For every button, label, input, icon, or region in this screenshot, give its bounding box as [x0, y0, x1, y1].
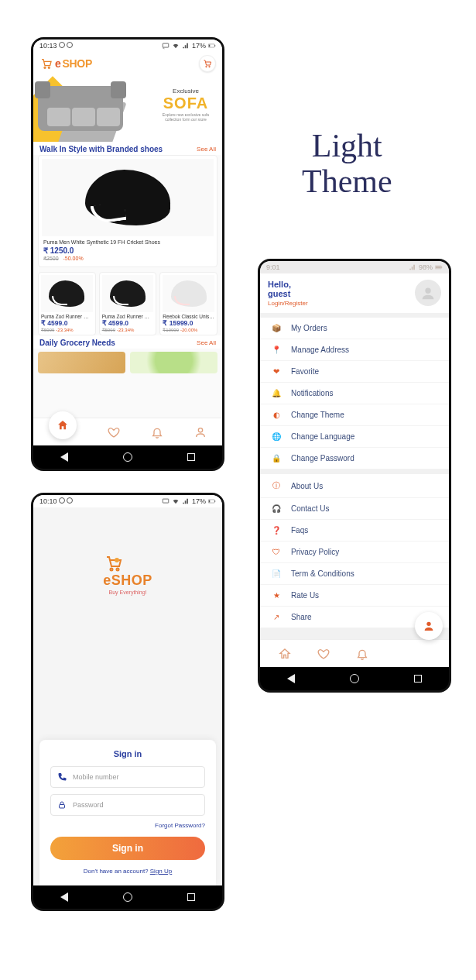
forgot-password-link[interactable]: Forgot Password? [50, 822, 205, 829]
menu-item[interactable]: 🔒Change Password [260, 448, 449, 469]
menu-item-label: Favorite [291, 367, 319, 376]
menu-item[interactable]: 🎧Contact Us [260, 498, 449, 520]
svg-point-6 [206, 66, 207, 67]
svg-rect-19 [441, 266, 442, 268]
android-home[interactable] [123, 892, 132, 902]
menu-item[interactable]: 🌐Change Language [260, 426, 449, 448]
android-home[interactable] [350, 674, 359, 683]
nav-notifications[interactable] [151, 426, 163, 438]
theme-icon: ◐ [271, 411, 282, 419]
battery-text: 17% [192, 42, 206, 50]
svg-point-21 [426, 622, 430, 626]
avatar[interactable] [415, 280, 441, 306]
product-discount: -50.00% [63, 256, 84, 261]
product-card-large[interactable]: Puma Men White Synthetic 19 FH Cricket S… [38, 155, 217, 267]
nav-favorite[interactable] [317, 648, 330, 660]
menu-item[interactable]: 📦My Orders [260, 318, 449, 339]
battery-text: 17% [192, 497, 206, 505]
menu-group-account: 📦My Orders📍Manage Address❤Favorite🔔Notif… [260, 318, 449, 469]
product-card-small[interactable]: Puma Zod Runner … ₹ 4599.0 ₹5999-23.34% [99, 272, 157, 335]
svg-rect-2 [209, 45, 211, 47]
menu-item[interactable]: 📍Manage Address [260, 339, 449, 361]
password-icon: 🔒 [271, 454, 282, 462]
battery-text: 98% [419, 263, 433, 271]
grocery-card[interactable] [38, 352, 125, 373]
menu-item[interactable]: ★Rate Us [260, 585, 449, 607]
menu-item[interactable]: ◐Change Theme [260, 404, 449, 426]
signin-button[interactable]: Sign in [50, 837, 205, 860]
nav-notifications[interactable] [356, 648, 368, 660]
product-name: Puma Zod Runner … [41, 314, 93, 319]
svg-rect-18 [436, 266, 441, 269]
svg-point-8 [198, 428, 202, 432]
menu-item[interactable]: 📄Term & Conditions [260, 563, 449, 585]
banner-sub: Explore new exclusive sofa collection fo… [156, 112, 216, 122]
see-all-link[interactable]: See All [197, 146, 216, 153]
profile-header: Hello, guest Login/Register [260, 273, 449, 313]
status-bar: 9:01 98% [260, 261, 449, 273]
grocery-card[interactable] [130, 352, 217, 373]
android-nav [33, 885, 222, 909]
signup-link[interactable]: Sign Up [150, 868, 172, 875]
app-header: eSHOP [33, 52, 222, 75]
nav-favorite[interactable] [108, 426, 120, 438]
cart-logo-icon [39, 57, 53, 70]
menu-item-label: My Orders [291, 324, 327, 332]
product-price: ₹ 15999.0 [163, 319, 214, 327]
page-heading: Light Theme [302, 128, 392, 199]
brand-name: eSHOP [103, 573, 152, 589]
battery-icon [208, 497, 216, 505]
menu-item[interactable]: ❤Favorite [260, 361, 449, 383]
menu-item[interactable]: ❓Faqs [260, 520, 449, 542]
android-recent[interactable] [187, 893, 195, 901]
language-icon: 🌐 [271, 432, 282, 441]
nav-profile[interactable] [415, 612, 443, 640]
cart-logo-icon [103, 554, 125, 573]
product-card-small[interactable]: Puma Zod Runner … ₹ 4599.0 ₹5999-23.34% [38, 272, 96, 335]
nav-home[interactable] [49, 411, 77, 439]
android-back[interactable] [60, 892, 68, 902]
svg-rect-0 [163, 43, 169, 47]
android-recent[interactable] [187, 453, 195, 461]
svg-point-4 [44, 67, 46, 68]
status-time: 10:13 [39, 42, 73, 50]
android-nav [260, 667, 449, 690]
brand-block: eSHOP Buy Everything! [103, 554, 152, 595]
wifi-icon [172, 42, 180, 50]
section-title: Daily Grocery Needs [39, 339, 115, 347]
status-time: 10:10 [39, 497, 73, 505]
signin-title: Sign in [50, 749, 205, 758]
svg-point-13 [111, 569, 113, 571]
promo-banner[interactable]: Exclusive SOFA Explore new exclusive sof… [33, 75, 222, 142]
mobile-input[interactable]: Mobile number [50, 766, 205, 788]
svg-point-7 [209, 66, 211, 67]
product-card-small[interactable]: Reebok Classic Unis… ₹ 15999.0 ₹19999-20… [159, 272, 217, 335]
android-back[interactable] [60, 452, 68, 462]
about-icon: ⓘ [271, 480, 282, 491]
menu-group-info: ⓘAbout Us🎧Contact Us❓Faqs🛡Privacy Policy… [260, 474, 449, 628]
android-back[interactable] [287, 674, 295, 683]
signal-icon [182, 497, 190, 505]
nav-profile[interactable] [194, 426, 207, 438]
menu-item[interactable]: 🛡Privacy Policy [260, 542, 449, 563]
android-recent[interactable] [414, 675, 422, 683]
notifications-icon: 🔔 [271, 389, 282, 397]
mobile-placeholder: Mobile number [73, 773, 119, 781]
cart-button[interactable] [199, 55, 216, 72]
menu-item-label: Change Language [291, 432, 354, 441]
product-image [42, 159, 214, 236]
see-all-link[interactable]: See All [197, 339, 216, 346]
share-icon: ↗ [271, 613, 282, 621]
rate-icon: ★ [271, 591, 282, 600]
status-icons: 98% [409, 263, 443, 271]
password-input[interactable]: Password [50, 794, 205, 816]
login-register-link[interactable]: Login/Register [268, 300, 308, 307]
banner-headline: SOFA [156, 95, 216, 112]
menu-item[interactable]: ⓘAbout Us [260, 474, 449, 498]
cast-icon [162, 497, 170, 505]
android-home[interactable] [123, 452, 132, 462]
guest-label: guest [268, 289, 308, 298]
menu-item[interactable]: 🔔Notifications [260, 383, 449, 404]
nav-home[interactable] [279, 648, 291, 660]
product-price: ₹ 4599.0 [102, 319, 154, 327]
